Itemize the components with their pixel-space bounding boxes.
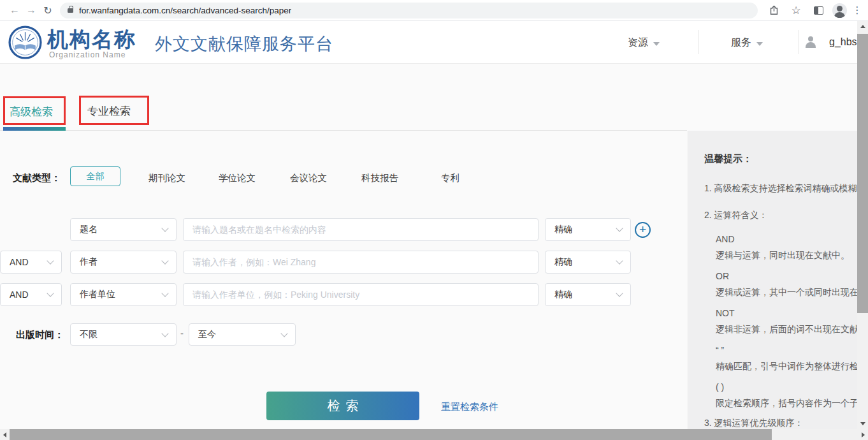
chevron-down-icon (756, 42, 763, 46)
doc-type-label: 文献类型： (13, 172, 61, 184)
doc-type-report[interactable]: 科技报告 (361, 172, 398, 184)
chevron-down-icon (616, 224, 623, 231)
search-button[interactable]: 检索 (266, 392, 419, 420)
scroll-right-icon[interactable] (862, 432, 865, 437)
reload-icon[interactable]: ↻ (40, 2, 56, 18)
chevron-down-icon (161, 330, 168, 337)
match-select-author[interactable]: 精确 (545, 251, 631, 274)
chevron-down-icon (47, 290, 54, 297)
tips-operator-and: AND 逻辑与运算，同时出现在文献中。 (704, 231, 858, 263)
match-select-affiliation[interactable]: 精确 (545, 283, 631, 306)
horizontal-scrollbar[interactable] (0, 429, 868, 440)
url-bar[interactable]: for.wanfangdata.com.cn/search/advanced-s… (60, 3, 758, 18)
scroll-left-icon[interactable] (3, 432, 6, 437)
chevron-down-icon (161, 224, 168, 231)
chevron-down-icon (161, 257, 168, 264)
field-select-author[interactable]: 作者 (70, 251, 177, 274)
bookmark-star-icon[interactable]: ☆ (788, 2, 804, 18)
pub-time-to-select[interactable]: 至今 (189, 323, 296, 346)
query-input-title[interactable] (183, 218, 539, 241)
chevron-down-icon (280, 330, 287, 337)
username[interactable]: g_hbs (829, 36, 857, 48)
tips-item-2: 2. 运算符含义： (704, 209, 858, 221)
back-icon[interactable]: ← (6, 2, 23, 18)
tips-item-1: 1. 高级检索支持选择检索词精确或模糊匹配 (704, 182, 858, 194)
browser-toolbar: ← → ↻ for.wanfangdata.com.cn/search/adva… (0, 0, 868, 21)
tips-operator-or: OR 逻辑或运算，其中一个或同时出现在文献中。 (704, 268, 858, 300)
annotation-box-professional (79, 96, 149, 125)
doc-type-thesis[interactable]: 学位论文 (219, 172, 256, 184)
reset-link[interactable]: 重置检索条件 (441, 401, 498, 413)
doc-type-all[interactable]: 全部 (70, 166, 120, 186)
match-select-title[interactable]: 精确 (545, 218, 631, 241)
scroll-down-icon[interactable] (860, 422, 865, 425)
vertical-scrollbar[interactable] (857, 21, 868, 429)
user-icon (805, 36, 816, 48)
doc-type-journal[interactable]: 期刊论文 (148, 172, 185, 184)
field-select-affiliation[interactable]: 作者单位 (70, 283, 177, 306)
browser-menu-icon[interactable]: ⋮ (853, 2, 862, 18)
nav-services[interactable]: 服务 (731, 36, 763, 50)
chevron-down-icon (616, 257, 623, 264)
url-text: for.wanfangdata.com.cn/search/advanced-s… (79, 6, 291, 15)
query-input-author[interactable] (183, 251, 539, 274)
date-range-dash: - (180, 328, 184, 339)
profile-avatar-icon[interactable] (832, 3, 847, 18)
vertical-scrollbar-thumb[interactable] (857, 34, 868, 313)
lock-icon[interactable] (68, 8, 73, 13)
organization-logo-icon (8, 25, 43, 60)
pub-time-from-select[interactable]: 不限 (70, 323, 177, 346)
side-panel-icon[interactable] (810, 2, 827, 18)
nav-resources[interactable]: 资源 (628, 36, 660, 50)
tab-divider (0, 130, 687, 131)
tips-item-3: 3. 逻辑运算优先级顺序： (704, 416, 858, 429)
platform-title: 外文文献保障服务平台 (155, 33, 333, 55)
doc-type-conference[interactable]: 会议论文 (290, 172, 327, 184)
site-header: 机构名称 Organization Name 外文文献保障服务平台 资源 服务 … (0, 21, 868, 64)
chevron-down-icon (653, 42, 660, 46)
org-name-en: Organization Name (49, 50, 126, 59)
scroll-up-icon[interactable] (860, 25, 865, 28)
pub-time-label: 出版时间： (16, 329, 64, 341)
field-select-title[interactable]: 题名 (70, 218, 177, 241)
annotation-box-advanced (3, 96, 66, 125)
horizontal-scrollbar-thumb[interactable] (10, 429, 772, 440)
tips-panel: 温馨提示： 1. 高级检索支持选择检索词精确或模糊匹配 2. 运算符含义： AN… (687, 131, 858, 440)
chevron-down-icon (47, 257, 54, 264)
share-icon[interactable] (765, 2, 782, 18)
tips-operator-not: NOT 逻辑非运算，后面的词不出现在文献中。 (704, 305, 858, 337)
tips-operator-parens: ( ) 限定检索顺序，括号内容作为一个子查询。 (704, 379, 858, 411)
nav-divider (799, 30, 799, 54)
active-tab-underline (3, 127, 66, 131)
forward-icon[interactable]: → (23, 2, 40, 18)
add-row-button[interactable]: + (635, 222, 651, 238)
tips-title: 温馨提示： (704, 152, 858, 165)
chevron-down-icon (161, 290, 168, 297)
operator-select-affiliation[interactable]: AND (0, 283, 62, 306)
chevron-down-icon (616, 290, 623, 297)
tips-operator-quotes: “ ” 精确匹配，引号中词作为整体进行检索。 (704, 342, 858, 374)
query-input-affiliation[interactable] (183, 283, 539, 306)
operator-select-author[interactable]: AND (0, 251, 62, 274)
doc-type-patent[interactable]: 专利 (441, 172, 459, 184)
nav-divider (698, 30, 698, 54)
page: ← → ↻ for.wanfangdata.com.cn/search/adva… (0, 0, 868, 440)
